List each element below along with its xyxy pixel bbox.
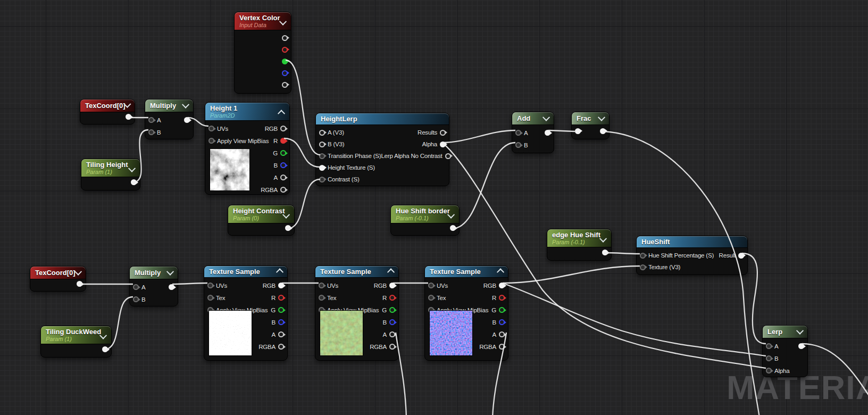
node-lerp[interactable]: Lerp A B Alpha [762,325,808,377]
input-pin-tex[interactable] [207,295,213,301]
output-pin-rgba[interactable] [278,344,284,350]
input-pin-b[interactable] [515,142,521,148]
node-heightlerp[interactable]: HeightLerp A (V3) Results B (V3) Alpha T… [315,113,449,186]
node-tiling-duckweed[interactable]: Tiling DuckWeed Param (1) [40,326,112,358]
output-pin-rgb[interactable] [282,35,288,41]
node-header[interactable]: TexCoord[0] [80,99,135,112]
chevron-down-icon[interactable] [796,327,804,335]
output-pin[interactable] [184,117,190,123]
output-pin-r[interactable] [389,295,395,301]
material-graph-canvas[interactable]: Vertex Color Input Data TexCoord[0] Mult… [0,0,868,415]
output-pin[interactable] [602,250,608,255]
output-pin[interactable] [102,346,108,352]
chevron-down-icon[interactable] [74,268,82,276]
output-pin-b[interactable] [282,70,288,76]
input-pin-transition-phase[interactable] [319,153,325,159]
output-pin-r[interactable] [278,295,284,301]
node-header[interactable]: HeightLerp [316,113,449,125]
output-pin[interactable] [798,343,804,349]
output-pin-g[interactable] [278,307,284,313]
output-pin-g[interactable] [282,59,288,64]
output-pin[interactable] [77,281,82,287]
output-pin-a[interactable] [389,331,395,337]
node-header[interactable]: Frac [572,112,609,125]
node-header[interactable]: Vertex Color Input Data [235,12,291,30]
output-pin-rgb[interactable] [280,126,286,131]
node-header[interactable]: Texture Sample [315,266,398,278]
chevron-down-icon[interactable] [182,101,189,109]
node-hue-shift-border[interactable]: Hue Shift border Param (-0.1) [390,205,460,236]
chevron-up-icon[interactable] [276,268,283,276]
chevron-up-icon[interactable] [387,268,395,276]
output-pin-rgb[interactable] [389,283,395,288]
output-pin[interactable] [285,225,291,231]
output-pin-rgba[interactable] [499,344,505,350]
input-pin-contrast[interactable] [319,177,325,182]
node-texcoord-top[interactable]: TexCoord[0] [80,99,135,124]
input-pin-b[interactable] [766,355,772,361]
output-pin[interactable] [131,179,137,185]
output-pin[interactable] [600,128,606,134]
node-texture-sample-1[interactable]: Texture Sample UVs RGB Tex R Apply View … [204,265,288,361]
input-pin-height-texture[interactable] [319,165,325,171]
output-pin-rgba[interactable] [389,344,395,350]
node-height-contrast[interactable]: Height Contrast Param (0) [228,205,295,236]
node-header[interactable]: edge Hue Shift Param (-0.1) [547,229,611,247]
node-tiling-height[interactable]: Tiling Height Param (1) [81,159,140,190]
node-vertex-color[interactable]: Vertex Color Input Data [234,12,291,94]
input-pin-a[interactable] [766,343,772,349]
input-pin-tex[interactable] [428,295,434,301]
output-pin-b[interactable] [389,319,395,325]
output-pin-a[interactable] [278,331,284,337]
node-header[interactable]: TexCoord[0] [30,267,86,279]
node-header[interactable]: Lerp [763,326,807,338]
node-texture-sample-2[interactable]: Texture Sample UVs RGB Tex R Apply View … [315,265,399,361]
input-pin-uvs[interactable] [208,126,214,131]
node-header[interactable]: HueShift [637,236,747,248]
node-header[interactable]: Height 1 Param2D [205,103,289,121]
input-pin-uvs[interactable] [428,283,434,288]
input-pin-uvs[interactable] [207,283,213,288]
node-header[interactable]: Hue Shift border Param (-0.1) [391,205,459,223]
output-pin-alpha[interactable] [440,142,446,147]
output-pin-rgba[interactable] [280,187,286,193]
chevron-down-icon[interactable] [542,114,550,121]
node-header[interactable]: Height Contrast Param (0) [228,205,294,223]
chevron-up-icon[interactable] [497,268,504,276]
input-pin-tex[interactable] [319,295,324,301]
output-pin[interactable] [450,225,456,231]
node-add[interactable]: Add A B [512,112,554,153]
output-pin-g[interactable] [389,307,395,313]
input-pin-alpha[interactable] [766,368,772,374]
input-pin-a[interactable] [133,284,139,290]
input-pin[interactable] [575,128,581,134]
node-header[interactable]: Texture Sample [425,266,508,278]
output-pin-r[interactable] [499,295,505,301]
output-pin-results[interactable] [440,130,446,136]
output-pin-r[interactable] [280,138,286,144]
output-pin-a[interactable] [499,331,505,337]
node-texcoord-bottom[interactable]: TexCoord[0] [30,266,86,292]
output-pin-b[interactable] [499,319,505,325]
node-multiply-bottom[interactable]: Multiply A B [129,266,178,306]
node-multiply-top[interactable]: Multiply A B [145,99,194,139]
output-pin-g[interactable] [280,150,286,156]
node-header[interactable]: Tiling Height Param (1) [81,159,140,177]
output-pin[interactable] [126,114,131,120]
output-pin-b[interactable] [278,319,284,325]
input-pin-mipbias[interactable] [208,138,214,144]
input-pin-hue-shift-percentage[interactable] [640,253,646,259]
node-texture-sample-3[interactable]: Texture Sample UVs RGB Tex R Apply View … [424,265,508,361]
node-frac[interactable]: Frac [571,112,610,139]
node-header[interactable]: Add [512,112,554,125]
input-pin-a-v3[interactable] [319,130,325,136]
chevron-down-icon[interactable] [166,268,174,276]
input-pin-uvs[interactable] [319,283,324,288]
output-pin-a[interactable] [282,82,288,88]
node-header[interactable]: Multiply [145,99,193,112]
input-pin-a[interactable] [515,130,521,136]
input-pin-b[interactable] [148,129,154,135]
output-pin-lerp-alpha-no-contrast[interactable] [445,153,451,159]
node-height-1[interactable]: Height 1 Param2D UVs RGB Apply View MipB… [205,102,290,195]
output-pin-b[interactable] [280,162,286,168]
